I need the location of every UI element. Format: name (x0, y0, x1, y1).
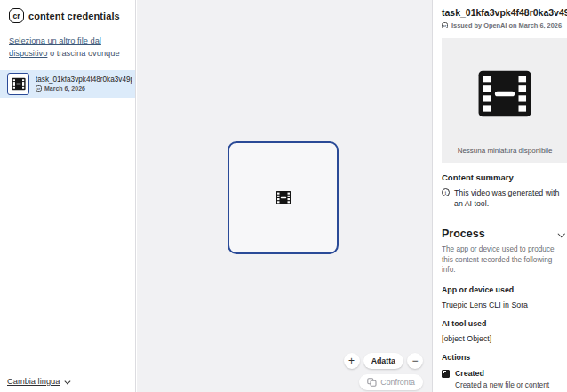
content-summary-text: This video was generated with an AI tool… (454, 188, 566, 210)
action-description: Created a new file or content (455, 380, 549, 389)
actions-heading: Actions (442, 353, 567, 362)
sidebar: cr content credentials Seleziona un altr… (0, 0, 136, 392)
zoom-controls: + Adatta − (344, 353, 423, 369)
process-heading: Process (442, 228, 485, 240)
compare-button[interactable]: Confronta (359, 374, 423, 390)
field-label-app-or-device: App or device used (442, 285, 567, 294)
field-value-app-or-device: Truepic Lens CLI in Sora (442, 300, 567, 309)
upload-suffix-text: o trascina ovunque (47, 49, 119, 58)
issued-by-text: Issued by OpenAI on March 6, 2026 (451, 21, 562, 29)
language-selector[interactable]: Cambia lingua (7, 377, 69, 386)
asset-title: task_01kfa3vpk4f48r0ka3v49… (442, 7, 567, 18)
process-description: The app or device used to produce this c… (442, 244, 566, 276)
chevron-down-icon[interactable] (557, 230, 564, 237)
field-label-ai-tool: AI tool used (442, 319, 567, 328)
info-icon: i (442, 188, 450, 196)
no-thumbnail-caption: Nessuna miniatura disponibile (442, 147, 567, 155)
zoom-in-button[interactable]: + (344, 353, 360, 369)
media-placeholder-box[interactable] (228, 141, 339, 254)
field-value-ai-tool: [object Object] (442, 334, 567, 343)
file-thumbnail (7, 73, 29, 95)
action-created-row: Created Created a new file or content (442, 369, 567, 389)
upload-instructions: Seleziona un altro file dal dispositivo … (9, 36, 126, 60)
compare-label: Confronta (380, 378, 415, 387)
film-icon (276, 190, 291, 205)
created-action-icon (442, 370, 450, 378)
zoom-out-button[interactable]: − (407, 353, 423, 369)
cr-badge-icon: cr (442, 22, 448, 28)
compare-icon (367, 378, 377, 387)
action-name: Created (455, 369, 549, 378)
issuer-row: cr Issued by OpenAI on March 6, 2026 (442, 21, 567, 29)
file-date: March 6, 2026 (44, 85, 85, 92)
app-logo[interactable]: cr content credentials (9, 8, 135, 23)
file-name: task_01kfa3vpk4f48r0ka3v49p5y… (36, 76, 132, 84)
preview-canvas: + Adatta − Confronta (137, 0, 432, 392)
content-summary-row: i This video was generated with an AI to… (442, 188, 566, 210)
credentials-detail-panel: task_01kfa3vpk4f48r0ka3v49… cr Issued by… (432, 0, 567, 392)
file-meta: task_01kfa3vpk4f48r0ka3v49p5y… cr March … (36, 76, 132, 92)
film-icon (12, 77, 26, 91)
process-section-header[interactable]: Process (442, 228, 566, 240)
cr-badge-icon: cr (36, 85, 42, 92)
film-icon (477, 68, 532, 119)
action-created-details: Created Created a new file or content (455, 369, 549, 389)
logo-text: content credentials (28, 11, 120, 21)
file-list-item-selected[interactable]: task_01kfa3vpk4f48r0ka3v49p5y… cr March … (0, 70, 135, 98)
chevron-down-icon (65, 378, 70, 383)
content-credentials-app: cr content credentials Seleziona un altr… (0, 0, 567, 392)
fit-to-screen-button[interactable]: Adatta (363, 353, 403, 369)
change-language-link[interactable]: Cambia lingua (7, 377, 60, 386)
file-date-row: cr March 6, 2026 (36, 85, 132, 92)
content-summary-heading: Content summary (442, 172, 567, 182)
thumbnail-placeholder: Nessuna miniatura disponibile (442, 38, 567, 163)
cr-logo-icon: cr (9, 8, 24, 23)
section-divider (442, 220, 567, 220)
